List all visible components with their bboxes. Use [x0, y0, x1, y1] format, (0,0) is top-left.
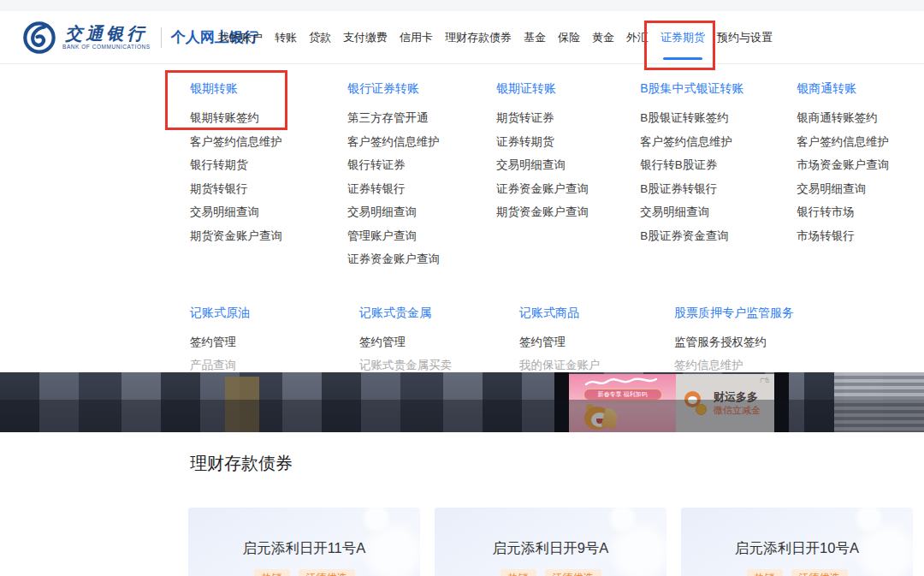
nav-item[interactable]: 保险	[558, 30, 580, 45]
nav-item[interactable]: 理财存款债券	[445, 30, 512, 45]
menu-item-list: 签约管理 产品查询	[190, 336, 359, 372]
bank-name-block: 交通银行 BANK OF COMMUNICATIONS	[62, 25, 151, 50]
menu-item[interactable]: 签约管理	[359, 336, 519, 349]
menu-section-title[interactable]: 银期转账	[190, 81, 347, 95]
menu-item-list: 签约管理 我的保证金账户	[519, 336, 674, 372]
menu-item[interactable]: 我的保证金账户	[519, 359, 674, 372]
product-tags: 热销 沃德优选	[435, 569, 666, 576]
menu-item[interactable]: 期货转银行	[190, 183, 347, 196]
menu-item[interactable]: 证券资金账户查询	[347, 253, 496, 266]
menu-item[interactable]: 客户签约信息维护	[797, 136, 924, 149]
menu-section-title[interactable]: B股集中式银证转账	[640, 81, 797, 95]
menu-item[interactable]: B股证券资金查询	[640, 230, 797, 243]
nav-item[interactable]: 转账	[275, 30, 297, 45]
menu-item[interactable]: 签约信息维护	[674, 359, 843, 372]
menu-item-list: 第三方存管开通 客户签约信息维护 银行转证券 证券转银行 交易明细查询 管理账户…	[347, 112, 496, 266]
menu-item[interactable]: 证券转银行	[347, 183, 496, 196]
menu-row-book-entry: 记账式原油 签约管理 产品查询 记账式贵金属 签约管理	[0, 306, 924, 383]
menu-item-list: 签约管理 记账式贵金属买卖	[359, 336, 519, 372]
wealth-products-section: 理财存款债券 启元添利日开11号A 热销 沃德优选 启元添利日开9号A	[0, 432, 924, 576]
menu-item[interactable]: 期货资金账户查询	[496, 206, 640, 219]
main-nav: 我的账户 转账 贷款 支付缴费 信用卡 理财存款债券 基金 保险 黄金 外汇 证…	[218, 11, 773, 63]
menu-item[interactable]: B股银证转账签约	[640, 112, 797, 125]
menu-item[interactable]: 银行转证券	[347, 159, 496, 172]
nav-item[interactable]: 预约与设置	[717, 30, 773, 45]
menu-item[interactable]: 市场转银行	[797, 230, 924, 243]
menu-section-title[interactable]: 银期证转账	[496, 81, 640, 95]
top-strip	[0, 0, 924, 11]
menu-row-transfers: 银期转账 银期转账签约 客户签约信息维护 银行转期货 期货转银行 交易明细查询	[0, 64, 924, 277]
menu-item[interactable]: 记账式贵金属买卖	[359, 359, 519, 372]
menu-item[interactable]: 客户签约信息维护	[347, 136, 496, 149]
menu-item[interactable]: 交易明细查询	[190, 206, 347, 219]
menu-item[interactable]: 银商通转账签约	[797, 112, 924, 125]
bocom-logo-icon	[22, 21, 56, 55]
menu-item[interactable]: 交易明细查询	[347, 206, 496, 219]
menu-item[interactable]: 期货资金账户查询	[190, 230, 347, 243]
product-tag-badge: 热销	[254, 569, 290, 576]
menu-item[interactable]: 交易明细查询	[797, 183, 924, 196]
menu-item[interactable]: 第三方存管开通	[347, 112, 496, 125]
menu-section-title[interactable]: 记账式商品	[519, 306, 674, 319]
menu-section: 记账式商品 签约管理 我的保证金账户	[519, 306, 674, 383]
product-name: 启元添利日开11号A	[188, 539, 420, 558]
menu-item-list: 银期转账签约 客户签约信息维护 银行转期货 期货转银行 交易明细查询 期货资金账…	[190, 112, 347, 242]
menu-item[interactable]: 客户签约信息维护	[190, 136, 347, 149]
nav-item[interactable]: 贷款	[309, 30, 331, 45]
menu-item[interactable]: 客户签约信息维护	[640, 136, 797, 149]
menu-section-title[interactable]: 记账式贵金属	[359, 306, 519, 319]
menu-item[interactable]: 证券资金账户查询	[496, 183, 640, 196]
menu-item[interactable]: B股证券转银行	[640, 183, 797, 196]
nav-item[interactable]: 信用卡	[400, 30, 433, 45]
menu-item[interactable]: 银期转账签约	[190, 112, 347, 125]
product-tag-badge: 热销	[500, 569, 536, 576]
menu-section: 银期证转账 期货转证券 证券转期货 交易明细查询 证券资金账户查询 期货资金账户…	[496, 81, 640, 230]
menu-section-title[interactable]: 记账式原油	[190, 306, 359, 319]
brand-divider	[161, 27, 162, 48]
product-tag-badge: 沃德优选	[791, 569, 848, 576]
menu-item[interactable]: 签约管理	[190, 336, 359, 349]
top-navbar: 交通银行 BANK OF COMMUNICATIONS 个人网上银行 我的账户 …	[0, 11, 924, 64]
nav-item[interactable]: 证券期货	[660, 30, 705, 45]
nav-item[interactable]: 基金	[524, 30, 546, 45]
bank-name-cn: 交通银行	[65, 25, 147, 42]
product-card-list: 启元添利日开11号A 热销 沃德优选 启元添利日开9号A	[188, 508, 924, 576]
menu-item-list: 期货转证券 证券转期货 交易明细查询 证券资金账户查询 期货资金账户查询	[496, 112, 640, 219]
menu-section: 银行证券转账 第三方存管开通 客户签约信息维护 银行转证券 证券转银行 交易明细…	[347, 81, 496, 277]
product-card[interactable]: 启元添利日开10号A 热销 沃德优选	[681, 508, 913, 576]
product-card[interactable]: 启元添利日开9号A 热销 沃德优选	[435, 508, 666, 576]
menu-section: 银期转账 银期转账签约 客户签约信息维护 银行转期货 期货转银行 交易明细查询	[190, 81, 347, 253]
menu-item[interactable]: 期货转证券	[496, 112, 640, 125]
menu-section-title[interactable]: 股票质押专户监管服务	[674, 306, 843, 319]
nav-item[interactable]: 我的账户	[218, 30, 263, 45]
product-tags: 热销 沃德优选	[188, 569, 420, 576]
menu-item[interactable]: 签约管理	[519, 336, 674, 349]
section-title: 理财存款债券	[190, 452, 924, 475]
menu-section-title[interactable]: 银行证券转账	[347, 81, 496, 95]
menu-item[interactable]: 管理账户查询	[347, 230, 496, 243]
menu-item-list: 银商通转账签约 客户签约信息维护 市场资金账户查询 交易明细查询 银行转市场 市…	[797, 112, 924, 242]
product-name: 启元添利日开9号A	[435, 539, 666, 558]
menu-item[interactable]: 交易明细查询	[496, 159, 640, 172]
nav-item[interactable]: 支付缴费	[343, 30, 388, 45]
product-tags: 热销 沃德优选	[681, 569, 913, 576]
product-tag-badge: 沃德优选	[299, 569, 355, 576]
menu-item[interactable]: 银行转市场	[797, 206, 924, 219]
promo-pill-label: 新春专享 福利加码	[583, 389, 662, 401]
product-card[interactable]: 启元添利日开11号A 热销 沃德优选	[188, 508, 420, 576]
menu-item[interactable]: 银行转B股证券	[640, 159, 797, 172]
page: 交通银行 BANK OF COMMUNICATIONS 个人网上银行 我的账户 …	[0, 0, 924, 576]
nav-item[interactable]: 外汇	[626, 30, 649, 45]
menu-section-title[interactable]: 银商通转账	[797, 81, 924, 95]
menu-item[interactable]: 产品查询	[190, 359, 359, 372]
nav-item[interactable]: 黄金	[592, 30, 614, 45]
product-name: 启元添利日开10号A	[681, 539, 913, 558]
menu-section: 股票质押专户监管服务 监管服务授权签约 签约信息维护	[674, 306, 843, 383]
menu-item[interactable]: 证券转期货	[496, 136, 640, 149]
menu-item[interactable]: 交易明细查询	[640, 206, 797, 219]
menu-item[interactable]: 监管服务授权签约	[674, 336, 843, 349]
menu-section: 记账式原油 签约管理 产品查询	[190, 306, 359, 383]
banner-dark-overlay	[0, 400, 924, 432]
menu-item[interactable]: 银行转期货	[190, 159, 347, 172]
menu-item[interactable]: 市场资金账户查询	[797, 159, 924, 172]
